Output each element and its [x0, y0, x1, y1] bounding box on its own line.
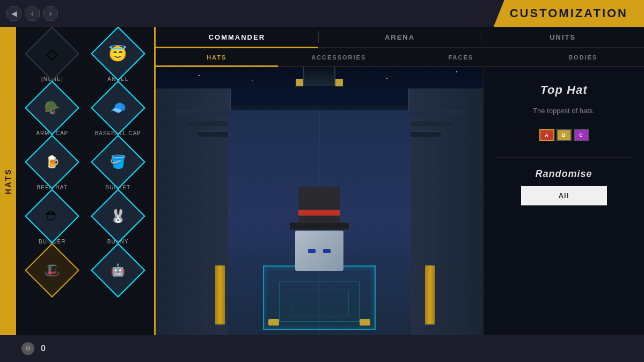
tab-commander[interactable]: COMMANDER — [156, 27, 318, 47]
color-swatch-c[interactable]: C — [574, 129, 589, 141]
list-item[interactable]: 🍺 Beer Hat — [21, 141, 83, 190]
tab-arena[interactable]: ARENA — [319, 27, 481, 47]
sidebar-hats-label: HATS — [0, 27, 16, 335]
page-title: CUSTOMIZATION — [510, 6, 628, 20]
list-item[interactable]: 🤖 — [87, 249, 149, 293]
list-item[interactable]: ⛑ Builder — [21, 195, 83, 245]
top-bar: ◀ ‹ › CUSTOMIZATION — [0, 0, 644, 27]
title-bar: CUSTOMIZATION — [494, 0, 644, 27]
bottom-bar: ⚙ 0 — [0, 335, 644, 362]
nav-buttons: ◀ ‹ › — [0, 6, 64, 21]
main-tab-nav: COMMANDER ARENA UNITS — [156, 27, 644, 48]
color-swatches: A B C — [539, 129, 589, 141]
hat — [298, 187, 340, 223]
list-item[interactable]: 🪖 Army Cap — [21, 86, 83, 136]
list-item[interactable]: 🪣 Bucket — [87, 141, 149, 190]
vent-handle-left — [296, 79, 303, 86]
randomise-label: Randomise — [535, 168, 592, 180]
right-wall — [408, 88, 483, 335]
prev-button[interactable]: ‹ — [25, 6, 40, 21]
currency-amount: 0 — [41, 344, 46, 353]
items-panel: ◇ [None] 😇 Angel 🪖 Army Cap 🧢 Baseball C… — [16, 27, 156, 335]
list-item[interactable]: ◇ [None] — [21, 32, 83, 82]
eye-right — [323, 249, 331, 253]
color-swatch-a[interactable]: A — [539, 129, 554, 141]
randomise-button[interactable]: All — [521, 186, 607, 205]
tab-accessories[interactable]: ACCESSORIES — [278, 48, 400, 66]
list-item[interactable]: 😇 Angel — [87, 32, 149, 82]
currency-icon: ⚙ — [21, 342, 34, 355]
color-swatch-b[interactable]: B — [557, 129, 572, 141]
hat-brim — [290, 223, 349, 230]
character — [290, 187, 349, 271]
tab-bodies[interactable]: BODIES — [522, 48, 645, 66]
back-button[interactable]: ◀ — [6, 6, 21, 21]
list-item[interactable]: 🐰 Bunny — [87, 195, 149, 245]
body — [295, 231, 343, 271]
gold-post-left — [215, 265, 225, 324]
info-panel: Top Hat The toppest of hats. A B C Rando… — [483, 67, 644, 335]
sub-tab-nav: HATS ACCESSORIES FACES BODIES — [156, 48, 644, 67]
separator — [494, 157, 633, 158]
tab-faces[interactable]: FACES — [400, 48, 522, 66]
tab-hats[interactable]: HATS — [156, 48, 278, 66]
next-button[interactable]: › — [43, 6, 58, 21]
selected-item-name: Top Hat — [540, 83, 587, 97]
top-vent — [303, 67, 335, 86]
eye-left — [308, 249, 316, 253]
selected-item-description: The toppest of hats. — [533, 106, 595, 116]
list-item[interactable]: 🧢 Baseball Cap — [87, 86, 149, 136]
preview-area — [156, 67, 483, 335]
main-area: COMMANDER ARENA UNITS HATS ACCESSORIES F… — [156, 27, 644, 335]
vent-handle-right — [335, 79, 343, 86]
list-item[interactable]: 🎩 — [21, 249, 83, 293]
tab-units[interactable]: UNITS — [481, 27, 644, 47]
